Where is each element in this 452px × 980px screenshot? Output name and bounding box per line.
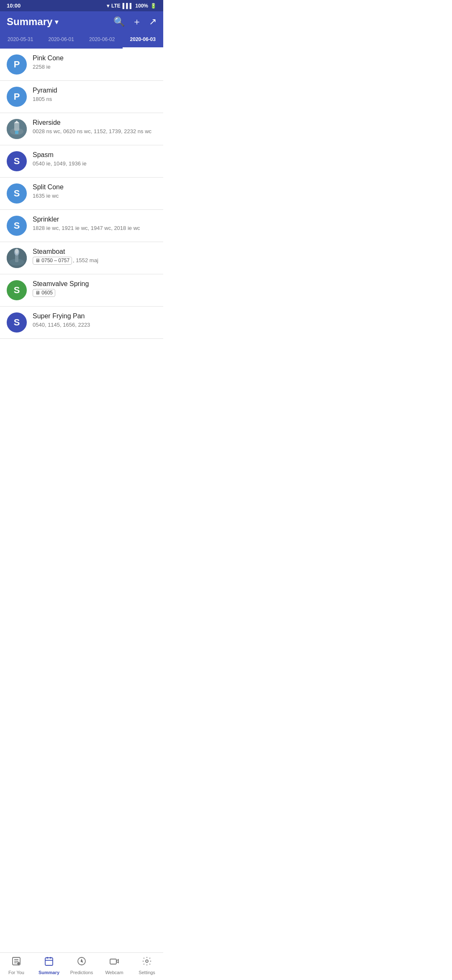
- geyser-name: Sprinkler: [33, 216, 157, 223]
- svg-rect-2: [14, 122, 19, 131]
- app-bar: Summary ▾ 🔍 ＋ ↗: [0, 11, 163, 32]
- avatar: [7, 119, 27, 139]
- signal-icon: ▌▌▌: [123, 3, 134, 9]
- add-icon[interactable]: ＋: [132, 15, 141, 28]
- battery-icon: 🔋: [150, 3, 157, 9]
- geyser-times: 1828 ie wc, 1921 ie wc, 1947 wc, 2018 ie…: [33, 224, 157, 232]
- date-tab-0[interactable]: 2020-05-31: [0, 32, 41, 49]
- list-item[interactable]: S Spasm 0540 ie, 1049, 1936 ie: [0, 145, 163, 178]
- battery-text: 100%: [135, 3, 148, 9]
- geyser-info: Riverside 0028 ns wc, 0620 ns wc, 1152, …: [33, 119, 157, 135]
- date-tab-1[interactable]: 2020-06-01: [41, 32, 82, 49]
- list-item[interactable]: Riverside 0028 ns wc, 0620 ns wc, 1152, …: [0, 113, 163, 145]
- app-bar-actions: 🔍 ＋ ↗: [113, 15, 157, 28]
- avatar: S: [7, 216, 27, 236]
- search-icon[interactable]: 🔍: [113, 16, 125, 27]
- avatar: S: [7, 312, 27, 333]
- list-item[interactable]: S Sprinkler 1828 ie wc, 1921 ie wc, 1947…: [0, 210, 163, 242]
- app-title-group[interactable]: Summary ▾: [7, 16, 110, 28]
- geyser-times: 0540 ie, 1049, 1936 ie: [33, 160, 157, 168]
- svg-point-9: [15, 249, 18, 254]
- status-icons: ▾ LTE ▌▌▌ 100% 🔋: [107, 3, 157, 9]
- geyser-times: 0540, 1145, 1656, 2223: [33, 321, 157, 329]
- geyser-info: Pink Cone 2258 ie: [33, 54, 157, 71]
- list-item[interactable]: S Split Cone 1635 ie wc: [0, 178, 163, 210]
- app-title: Summary: [7, 16, 52, 28]
- time-badge: 🖥 0750 – 0757: [33, 257, 72, 265]
- geyser-list: P Pink Cone 2258 ie P Pyramid 1805 ns Ri…: [0, 49, 163, 339]
- geyser-info: Spasm 0540 ie, 1049, 1936 ie: [33, 151, 157, 168]
- list-item[interactable]: P Pink Cone 2258 ie: [0, 49, 163, 81]
- geyser-info: Sprinkler 1828 ie wc, 1921 ie wc, 1947 w…: [33, 216, 157, 232]
- geyser-times: 1635 ie wc: [33, 192, 157, 200]
- geyser-times: 0028 ns wc, 0620 ns wc, 1152, 1739, 2232…: [33, 128, 157, 135]
- geyser-times: 🖥 0605: [33, 289, 157, 297]
- geyser-name: Super Frying Pan: [33, 312, 157, 320]
- list-item[interactable]: P Pyramid 1805 ns: [0, 81, 163, 113]
- geyser-info: Split Cone 1635 ie wc: [33, 183, 157, 200]
- geyser-name: Pyramid: [33, 87, 157, 94]
- time-badge: 🖥 0605: [33, 289, 55, 297]
- geyser-name: Riverside: [33, 119, 157, 126]
- status-bar: 10:00 ▾ LTE ▌▌▌ 100% 🔋: [0, 0, 163, 11]
- list-item[interactable]: S Super Frying Pan 0540, 1145, 1656, 222…: [0, 307, 163, 339]
- avatar: S: [7, 183, 27, 204]
- geyser-times: 2258 ie: [33, 63, 157, 71]
- date-tab-3[interactable]: 2020-06-03: [123, 32, 164, 49]
- geyser-info: Pyramid 1805 ns: [33, 87, 157, 103]
- avatar: S: [7, 280, 27, 300]
- steamboat-avatar-image: [7, 248, 27, 268]
- geyser-name: Steamboat: [33, 248, 157, 255]
- chevron-down-icon[interactable]: ▾: [55, 18, 58, 26]
- geyser-info: Steamvalve Spring 🖥 0605: [33, 280, 157, 297]
- date-tab-2[interactable]: 2020-06-02: [82, 32, 123, 49]
- avatar: S: [7, 151, 27, 171]
- geyser-name: Split Cone: [33, 183, 157, 191]
- avatar: P: [7, 87, 27, 107]
- geyser-name: Pink Cone: [33, 54, 157, 62]
- geyser-times: 🖥 0750 – 0757, 1552 maj: [33, 257, 157, 265]
- list-item[interactable]: Steamboat 🖥 0750 – 0757, 1552 maj: [0, 242, 163, 274]
- share-icon[interactable]: ↗: [149, 16, 157, 27]
- geyser-info: Super Frying Pan 0540, 1145, 1656, 2223: [33, 312, 157, 329]
- avatar: P: [7, 54, 27, 75]
- geyser-name: Steamvalve Spring: [33, 280, 157, 288]
- geyser-info: Steamboat 🖥 0750 – 0757, 1552 maj: [33, 248, 157, 265]
- lte-icon: LTE: [111, 3, 121, 9]
- riverside-avatar-image: [7, 119, 27, 139]
- status-time: 10:00: [7, 3, 21, 9]
- avatar: [7, 248, 27, 268]
- geyser-times: 1805 ns: [33, 95, 157, 103]
- svg-rect-4: [15, 131, 18, 134]
- wifi-icon: ▾: [107, 3, 109, 9]
- list-item[interactable]: S Steamvalve Spring 🖥 0605: [0, 274, 163, 307]
- geyser-name: Spasm: [33, 151, 157, 159]
- date-tabs: 2020-05-31 2020-06-01 2020-06-02 2020-06…: [0, 32, 163, 49]
